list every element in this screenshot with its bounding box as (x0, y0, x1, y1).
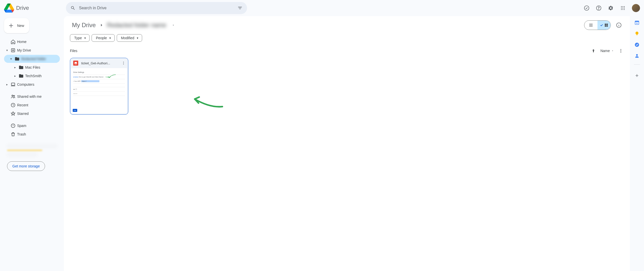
search-input[interactable] (78, 6, 235, 10)
sort-label-text: Name (600, 49, 610, 53)
sidebar-item-shared[interactable]: Shared with me (4, 93, 60, 101)
info-icon (616, 22, 622, 28)
people-icon (10, 94, 16, 99)
trash-icon (10, 132, 16, 137)
chevron-down-icon: ▼ (84, 37, 86, 39)
storage-detail (7, 152, 37, 157)
sidebar-item-label: TechSmith (25, 74, 42, 78)
contacts-app-icon[interactable] (634, 53, 639, 58)
section-title: Files (70, 49, 590, 53)
svg-point-16 (14, 95, 15, 96)
search-filters-icon[interactable] (235, 3, 245, 13)
svg-point-24 (621, 49, 621, 50)
sidebar-item-spam[interactable]: Spam (4, 122, 60, 130)
svg-point-6 (621, 8, 622, 8)
sort-by-button[interactable]: Name (600, 49, 614, 53)
svg-rect-19 (605, 24, 606, 25)
sidebar-item-label: Redacted folder (21, 57, 46, 61)
sidebar-item-trash[interactable]: Trash (4, 130, 60, 138)
chip-people[interactable]: People ▼ (92, 34, 115, 42)
help-icon[interactable] (594, 3, 604, 13)
files-grid: ticket_Get-Authori... Drive Settings ent… (70, 58, 624, 115)
svg-point-8 (624, 8, 625, 8)
sidebar-item-computers[interactable]: ▸ Computers (4, 80, 60, 88)
sort-direction-button[interactable] (590, 48, 596, 54)
svg-point-9 (621, 9, 622, 10)
account-avatar[interactable] (632, 4, 640, 12)
svg-point-25 (621, 51, 621, 51)
content-header: Files Name (70, 48, 624, 54)
calendar-app-icon[interactable]: 31 (634, 20, 639, 25)
settings-icon[interactable] (606, 3, 616, 13)
drive-logo-area[interactable]: Drive (4, 3, 64, 13)
breadcrumb: My Drive Redacted folder name (70, 20, 624, 30)
expand-toggle[interactable]: ▾ (5, 49, 9, 52)
sidebar-item-techsmith[interactable]: ▸ TechSmith (4, 72, 60, 80)
grid-view-button[interactable] (597, 21, 611, 30)
folder-icon (18, 65, 24, 70)
sidebar-item-current-folder[interactable]: ▾ Redacted folder (4, 55, 60, 63)
more-options-button[interactable] (618, 48, 624, 54)
chip-label: Modified (121, 36, 134, 40)
chip-modified[interactable]: Modified ▼ (117, 34, 142, 42)
plus-icon (8, 23, 14, 29)
sidebar-item-recent[interactable]: Recent (4, 101, 60, 109)
expand-toggle[interactable]: ▸ (13, 66, 17, 69)
svg-rect-14 (11, 83, 15, 85)
get-storage-button[interactable]: Get more storage (7, 161, 45, 171)
apps-grid-icon[interactable] (618, 3, 628, 13)
expand-toggle[interactable]: ▸ (5, 83, 9, 86)
sidebar: New Home ▾ My Drive ▾ Redacted folder ▸ (0, 16, 64, 271)
storage-text (7, 144, 57, 148)
spam-icon (10, 123, 16, 128)
svg-point-10 (622, 9, 623, 10)
storage-bar (7, 150, 42, 151)
keep-app-icon[interactable] (634, 31, 639, 36)
chevron-down-icon: ▼ (136, 37, 139, 39)
chip-type[interactable]: Type ▼ (70, 34, 90, 42)
info-button[interactable] (614, 20, 624, 30)
new-button-label: New (17, 24, 24, 28)
sidebar-item-mac-files[interactable]: ▸ Mac Files (4, 63, 60, 71)
expand-toggle[interactable]: ▸ (13, 74, 17, 78)
svg-rect-20 (607, 24, 608, 25)
chevron-down-icon (611, 50, 614, 52)
file-card[interactable]: ticket_Get-Authori... Drive Settings ent… (70, 58, 128, 115)
star-icon (10, 111, 16, 116)
sidebar-item-label: Mac Files (25, 65, 40, 69)
search-bar (66, 2, 247, 14)
main-content: My Drive Redacted folder name (64, 16, 630, 271)
file-name: ticket_Get-Authori... (81, 61, 118, 65)
svg-rect-22 (607, 25, 608, 27)
sidebar-item-label: My Drive (17, 48, 31, 52)
expand-toggle[interactable]: ▾ (9, 57, 13, 61)
folder-icon (14, 56, 20, 61)
grid-icon (604, 23, 608, 27)
list-icon (589, 23, 593, 27)
sidebar-item-label: Starred (17, 112, 29, 116)
breadcrumb-root[interactable]: My Drive (70, 21, 98, 30)
arrow-up-icon (591, 49, 596, 53)
list-view-button[interactable] (584, 21, 597, 30)
sidebar-item-starred[interactable]: Starred (4, 110, 60, 118)
add-app-button[interactable]: + (632, 71, 642, 81)
chip-label: Type (74, 36, 82, 40)
breadcrumb-current[interactable]: Redacted folder name (105, 21, 168, 30)
search-icon[interactable] (68, 3, 78, 13)
svg-point-0 (584, 6, 589, 10)
sidebar-item-label: Shared with me (17, 95, 42, 99)
svg-point-3 (621, 6, 622, 7)
divider (634, 64, 640, 65)
tasks-app-icon[interactable] (634, 42, 639, 47)
header: Drive (0, 0, 644, 16)
chevron-right-icon (99, 23, 104, 28)
app-name: Drive (16, 5, 29, 11)
sidebar-item-home[interactable]: Home (4, 38, 60, 46)
breadcrumb-dropdown[interactable] (170, 22, 176, 28)
chip-label: People (96, 36, 107, 40)
svg-point-4 (622, 6, 623, 7)
offline-ready-icon[interactable] (582, 3, 592, 13)
file-more-button[interactable] (121, 61, 126, 66)
sidebar-item-mydrive[interactable]: ▾ My Drive (4, 46, 60, 54)
new-button[interactable]: New (4, 18, 29, 33)
